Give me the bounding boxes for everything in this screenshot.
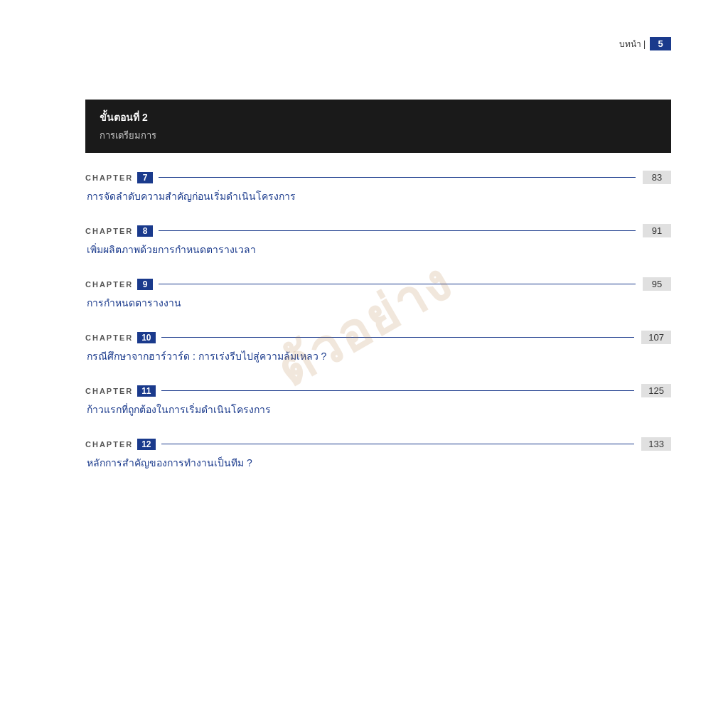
chapter-page: 125: [641, 384, 671, 397]
page: บทนำ | 5 ขั้นตอนที่ 2 การเตรียมการ ตัวอย…: [0, 0, 728, 728]
chapter-label: CHAPTER: [85, 333, 133, 342]
chapter-page: 83: [643, 171, 671, 184]
page-label: บทนำ |: [619, 37, 646, 50]
chapter-item: CHAPTER12133หลักการสำคัญของการทำงานเป็นท…: [85, 437, 671, 471]
chapter-line: [161, 444, 635, 444]
chapter-page: 95: [643, 277, 671, 291]
chapter-page: 107: [641, 331, 671, 344]
chapter-item: CHAPTER783การจัดลำดับความสำคัญก่อนเริ่มด…: [85, 171, 671, 204]
chapter-number: 10: [137, 332, 155, 343]
chapter-item: CHAPTER891เพิ่มผลิตภาพด้วยการกำหนดตารางเ…: [85, 224, 671, 257]
chapter-label: CHAPTER: [85, 280, 133, 289]
chapter-page: 133: [641, 437, 671, 451]
chapter-title: การจัดลำดับความสำคัญก่อนเริ่มดำเนินโครงก…: [85, 188, 671, 204]
chapter-line: [159, 284, 636, 284]
section-title: การเตรียมการ: [100, 128, 657, 143]
chapter-number: 12: [137, 439, 155, 450]
chapter-row: CHAPTER10107: [85, 331, 671, 344]
chapter-title: ก้าวแรกที่ถูกต้องในการเริ่มดำเนินโครงการ: [85, 402, 671, 417]
chapters-list: CHAPTER783การจัดลำดับความสำคัญก่อนเริ่มด…: [85, 171, 671, 491]
chapter-line: [159, 177, 636, 178]
chapter-item: CHAPTER995การกำหนดตารางงาน: [85, 277, 671, 311]
chapter-label: CHAPTER: [85, 227, 133, 235]
chapter-row: CHAPTER11125: [85, 384, 671, 397]
chapter-number: 11: [137, 385, 155, 397]
chapter-row: CHAPTER995: [85, 277, 671, 291]
chapter-line: [159, 230, 636, 231]
chapter-title: กรณีศึกษาจากฮาร์วาร์ด : การเร่งรีบไปสู่ค…: [85, 348, 671, 364]
chapter-title: เพิ่มผลิตภาพด้วยการกำหนดตารางเวลา: [85, 242, 671, 257]
chapter-label: CHAPTER: [85, 387, 133, 395]
chapter-number: 9: [137, 279, 153, 290]
chapter-item: CHAPTER11125ก้าวแรกที่ถูกต้องในการเริ่มด…: [85, 384, 671, 417]
chapter-number: 7: [137, 172, 153, 183]
chapter-label: CHAPTER: [85, 440, 133, 449]
chapter-item: CHAPTER10107กรณีศึกษาจากฮาร์วาร์ด : การเ…: [85, 331, 671, 364]
chapter-row: CHAPTER891: [85, 224, 671, 237]
chapter-row: CHAPTER12133: [85, 437, 671, 451]
chapter-line: [161, 390, 635, 391]
chapter-number: 8: [137, 225, 153, 237]
page-number-badge: 5: [650, 37, 671, 50]
chapter-page: 91: [643, 224, 671, 237]
chapter-title: หลักการสำคัญของการทำงานเป็นทีม ?: [85, 455, 671, 471]
section-header: ขั้นตอนที่ 2 การเตรียมการ: [85, 100, 671, 153]
section-step: ขั้นตอนที่ 2: [100, 109, 657, 125]
chapter-label: CHAPTER: [85, 173, 133, 182]
chapter-line: [161, 337, 635, 338]
chapter-title: การกำหนดตารางงาน: [85, 295, 671, 311]
page-number-area: บทนำ | 5: [619, 37, 671, 50]
chapter-row: CHAPTER783: [85, 171, 671, 184]
